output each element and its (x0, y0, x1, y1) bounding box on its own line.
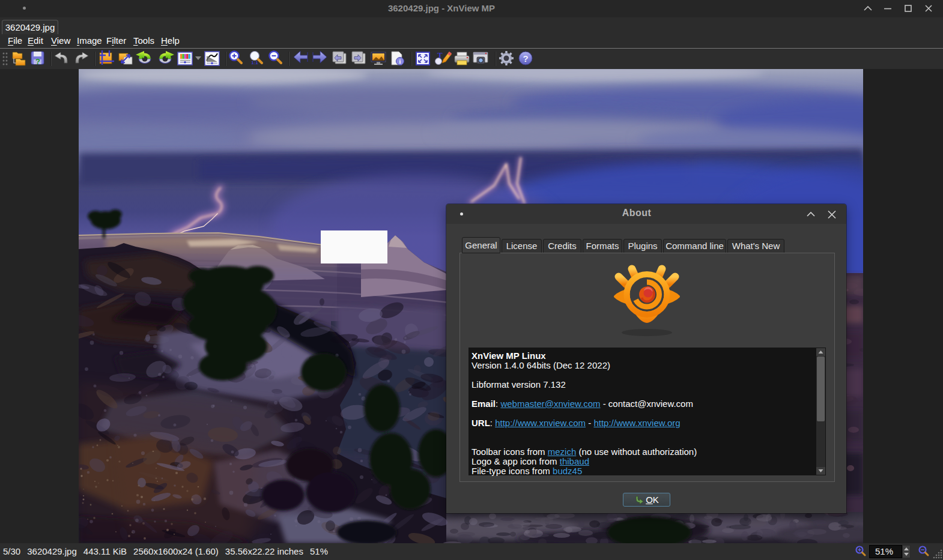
svg-text:i: i (399, 58, 401, 65)
svg-text:?: ? (523, 53, 528, 64)
svg-text:?: ? (35, 57, 40, 66)
svg-text:1:1: 1:1 (251, 60, 258, 65)
